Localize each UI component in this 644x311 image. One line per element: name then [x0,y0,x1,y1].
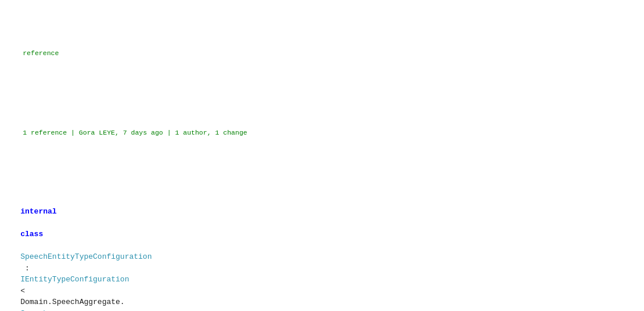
keyword-class: class [20,230,43,238]
interface-name: IEntityTypeConfiguration [20,275,129,284]
class-decl-line: internal class SpeechEntityTypeConfigura… [0,195,644,312]
meta-text-1: 1 reference | Gora LEYE, 7 days ago | 1 … [20,129,247,136]
code-editor: reference 1 reference | Gora LEYE, 7 day… [0,0,644,311]
class-name: SpeechEntityTypeConfiguration [20,252,152,261]
meta-line-1: 1 reference | Gora LEYE, 7 days ago | 1 … [0,115,644,150]
breadcrumb: reference [0,37,644,71]
speech-type: Speech [20,309,48,312]
keyword-internal: internal [20,207,56,216]
top-breadcrumb: reference [20,49,59,57]
